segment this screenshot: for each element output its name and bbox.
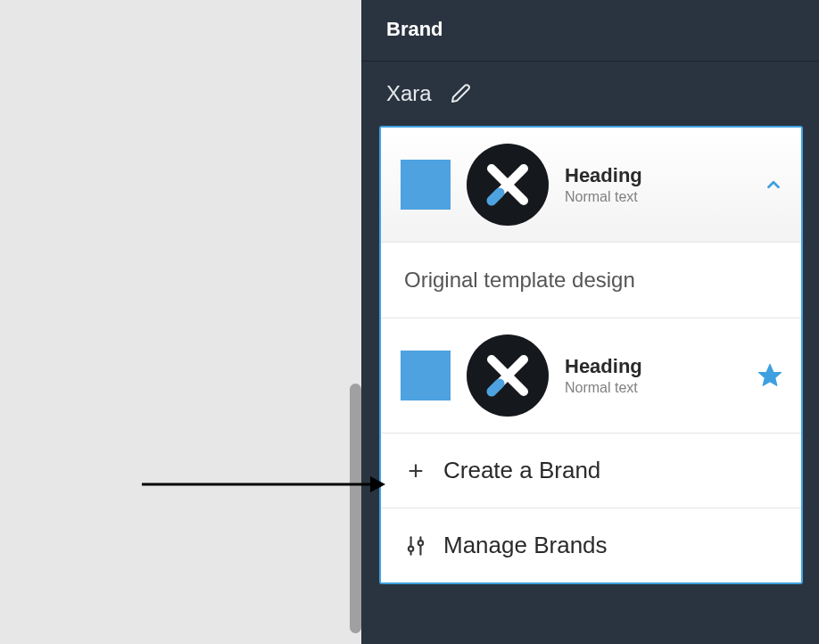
chevron-up-icon[interactable]: [764, 175, 783, 194]
svg-line-2: [492, 193, 500, 201]
create-brand-label: Create a Brand: [443, 457, 600, 484]
star-icon[interactable]: [757, 362, 783, 389]
svg-line-5: [492, 384, 500, 392]
brand-logo: [467, 144, 549, 226]
sidebar-title: Brand: [386, 18, 794, 41]
brand-name-row: Xara: [361, 62, 819, 122]
brand-logo: [467, 334, 549, 417]
svg-point-10: [418, 541, 423, 545]
svg-marker-6: [759, 365, 782, 386]
scrollbar-thumb[interactable]: [350, 384, 361, 633]
pencil-icon[interactable]: [450, 83, 471, 104]
svg-point-8: [409, 546, 413, 550]
brand-dropdown: Heading Normal text Original template de…: [379, 126, 803, 584]
color-swatch: [401, 160, 451, 210]
brand-text-stack: Heading Normal text: [565, 355, 740, 396]
brand-text-stack: Heading Normal text: [565, 164, 748, 205]
plus-icon: +: [404, 459, 427, 483]
subtext: Normal text: [565, 380, 740, 396]
brand-sidebar: Brand Xara Heading Normal text: [361, 0, 819, 644]
brand-name-label: Xara: [386, 81, 432, 106]
canvas-area: [0, 0, 361, 644]
subtext: Normal text: [565, 189, 748, 205]
sliders-icon: [404, 534, 427, 557]
manage-brands-label: Manage Brands: [443, 532, 608, 559]
manage-brands-button[interactable]: Manage Brands: [381, 508, 801, 582]
color-swatch: [401, 351, 451, 400]
brand-option-card[interactable]: Heading Normal text: [381, 318, 801, 433]
sidebar-header: Brand: [361, 0, 819, 62]
create-brand-button[interactable]: + Create a Brand: [381, 433, 801, 508]
brand-selected-card[interactable]: Heading Normal text: [381, 128, 801, 243]
heading-text: Heading: [565, 164, 748, 187]
heading-text: Heading: [565, 355, 740, 378]
section-label: Original template design: [381, 243, 801, 318]
